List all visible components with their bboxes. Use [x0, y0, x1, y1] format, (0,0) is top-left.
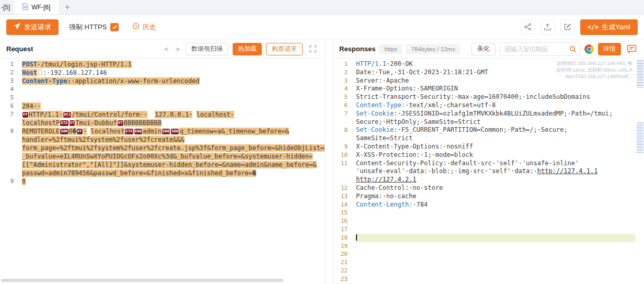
code-line-content: handler=%2ftmui%2fsystem%2fuser%2fcreate… [22, 135, 325, 144]
code-row[interactable]: 11Content-Security-Policy:·default-src·'… [333, 160, 644, 168]
code-line-content: X-Frame-Options:·SAMEORIGIN [356, 85, 635, 93]
new-tab-button[interactable]: + [59, 0, 76, 14]
generate-yaml-button[interactable]: </> 生成Yaml [580, 19, 638, 35]
code-segment: Host [22, 69, 37, 76]
minimap[interactable] [636, 59, 643, 284]
code-row[interactable]: 4 [0, 85, 325, 94]
code-line-content: Cache-Control:·no-store [356, 184, 635, 192]
code-row[interactable]: _bufvalue=eIL4RUnSwXYoPUIOGcOFx2o00Xc%3d… [0, 152, 325, 161]
search-input[interactable] [500, 46, 566, 53]
share-button[interactable] [521, 20, 535, 35]
tab-active[interactable]: WF-[6] [14, 0, 59, 14]
code-row[interactable]: [["Administrator","[All]"]]&systemuser-h… [0, 161, 325, 169]
code-row[interactable]: 7FFHTTP/1.1·DC2/tmui/Control/form·· 127.… [0, 110, 325, 119]
code-segment: passwd=admin789456&passwd_before=&finish… [22, 169, 256, 177]
code-row[interactable]: 23 [333, 275, 644, 283]
packet-scan-button[interactable]: 数据包扫描 [186, 43, 228, 55]
code-row[interactable]: 5 [0, 94, 325, 102]
code-segment: Set-Cookie: [356, 110, 397, 117]
code-row[interactable]: 1POST·/tmui/login.jsp·HTTP/1.1 [0, 60, 325, 69]
line-number [0, 135, 22, 144]
code-row[interactable]: 9X-Content-Type-Options:·nosniff [333, 143, 644, 151]
response-search [500, 42, 580, 56]
code-row[interactable]: handler=%2ftmui%2fsystem%2fuser%2fcreate… [0, 135, 325, 144]
code-row[interactable]: 17 [333, 225, 644, 234]
control-char-badge: ENQ [134, 129, 142, 134]
code-row[interactable]: 21 [333, 258, 644, 267]
code-row[interactable]: 15 [333, 209, 644, 217]
beautify-button[interactable]: 美化 [472, 43, 496, 55]
line-number [333, 134, 356, 143]
chrome-icon[interactable] [584, 44, 594, 54]
code-segment: http://127.4.2.1 [356, 176, 417, 183]
line-number: 5 [0, 94, 22, 102]
paper-plane-icon [14, 22, 21, 31]
code-row[interactable]: 16 [333, 217, 644, 225]
code-row[interactable]: 90 [0, 177, 325, 186]
force-https-checkbox[interactable] [110, 23, 119, 31]
control-char-badge: ENQ [162, 129, 170, 134]
code-row[interactable]: 12Cache-Control:·no-store [333, 184, 644, 192]
line-number: 12 [333, 184, 356, 192]
send-request-button[interactable]: 发送请求 [6, 19, 59, 35]
code-row[interactable]: 19 [333, 242, 644, 251]
code-row[interactable]: 6Content-Type:·text/xml;·charset=utf-8 [333, 101, 644, 110]
code-line-content [356, 234, 635, 242]
request-editor[interactable]: 1POST·/tmui/login.jsp·HTTP/1.12Host:·192… [0, 59, 325, 284]
construct-request-button[interactable]: 构造请求 [266, 43, 303, 55]
details-button[interactable]: 详情 [598, 43, 621, 55]
control-char-badge: FF [22, 112, 28, 118]
code-row[interactable]: 18 [333, 234, 644, 242]
code-row[interactable]: 8Set-Cookie:·F5_CURRENT_PARTITION=Common… [333, 126, 644, 134]
search-button[interactable] [566, 43, 580, 55]
code-row[interactable]: 8REMOTEROLESOH0�VT· localhostETXENQadmin… [0, 127, 325, 135]
line-number [0, 119, 22, 127]
code-row[interactable]: 'unsafe-eval'·data:·blob:;·img-src·'self… [333, 167, 644, 176]
history-button[interactable]: 历史 [132, 22, 156, 32]
prev-request-icon[interactable]: < [163, 45, 170, 53]
code-segment: X-XSS-Protection:·1;·mode=block [356, 151, 473, 158]
chat-icon [627, 44, 637, 54]
tab-partial[interactable]: -[5] [0, 0, 14, 14]
code-row[interactable]: 7Set-Cookie:·JSESSIONID=ozlafg1mTMVKXkbk… [333, 110, 644, 118]
code-row[interactable]: 6204·· [0, 102, 325, 110]
code-segment: X-Content-Type-Options:·nosniff [356, 143, 473, 150]
control-char-badge: SOH [60, 129, 68, 134]
code-row[interactable]: 5Strict-Transport-Security:·max-age=1607… [333, 93, 644, 101]
hot-reload-button[interactable]: 热加载 [233, 43, 262, 55]
code-segment: localhost [90, 128, 124, 135]
code-row[interactable]: passwd=admin789456&passwd_before=&finish… [0, 169, 325, 177]
code-row[interactable]: 13Pragma:·no-cache [333, 192, 644, 201]
code-segment: :·192.168.127.146 [43, 69, 107, 76]
code-row[interactable]: SameSite=Strict [333, 134, 644, 143]
chrome-icon-center [587, 47, 592, 51]
code-row[interactable]: 22 [333, 267, 644, 275]
feedback-button[interactable] [625, 43, 638, 55]
line-number: 23 [333, 275, 356, 283]
code-line-content: REMOTEROLESOH0�VT· localhostETXENQadminE… [22, 127, 325, 135]
response-editor[interactable]: 远程地址:192.168.127.146:443; 响 应时间:12ms; 总耗… [333, 59, 644, 284]
code-row[interactable]: 10X-XSS-Protection:·1;·mode=block [333, 151, 644, 160]
line-number: 17 [333, 225, 356, 234]
edit-button[interactable] [560, 20, 575, 35]
control-char-badge: DC2 [63, 112, 71, 118]
code-row[interactable]: 4X-Frame-Options:·SAMEORIGIN [333, 85, 644, 93]
line-number: 6 [0, 102, 22, 110]
fullscreen-button[interactable] [307, 43, 318, 55]
code-segment: ·application/x-www-form-urlencoded [71, 77, 200, 85]
code-row[interactable]: form_page=%2ftmui%2fsystem%2fuser%2fcrea… [0, 144, 325, 152]
code-row[interactable]: localhostPSTXVTTmui-DubbufVTBBBBBBBBBB [0, 119, 325, 127]
code-row[interactable]: Secure;·HttpOnly;·SameSite=Strict [333, 118, 644, 127]
code-line-content: 0 [22, 177, 325, 186]
panel-divider[interactable] [325, 40, 332, 284]
horizontal-scrollbar[interactable] [1, 279, 283, 282]
next-request-icon[interactable]: > [174, 45, 181, 53]
line-number [333, 118, 356, 127]
code-row[interactable]: 14Content-Length:·784 [333, 201, 644, 209]
code-row[interactable]: 20 [333, 250, 644, 258]
code-row[interactable]: 3Content-Type:·application/x-www-form-ur… [0, 77, 325, 85]
code-row[interactable]: 2Host:·192.168.127.146 [0, 69, 325, 77]
export-button[interactable] [540, 20, 555, 35]
code-row[interactable]: http://127.4.2.1 [333, 176, 644, 184]
text-cursor [356, 234, 357, 241]
